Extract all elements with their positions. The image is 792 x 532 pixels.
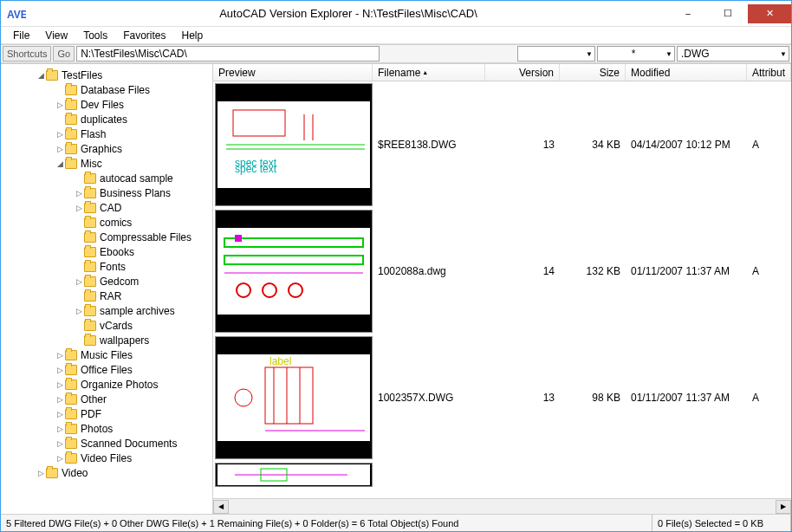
shortcuts-button[interactable]: Shortcuts bbox=[3, 46, 51, 62]
tree-label: Photos bbox=[81, 423, 113, 435]
col-preview[interactable]: Preview bbox=[213, 64, 373, 81]
tree-item[interactable]: ▷Video bbox=[1, 465, 212, 480]
tree-label: Gedcom bbox=[100, 276, 139, 288]
tree-item[interactable]: vCards bbox=[1, 318, 212, 333]
col-filename[interactable]: Filename▲ bbox=[373, 64, 485, 81]
tree-item[interactable]: ▷Flash bbox=[1, 127, 212, 141]
folder-icon bbox=[84, 306, 96, 316]
tree-item[interactable]: ▷Business Plans bbox=[1, 185, 212, 200]
tree-label: Flash bbox=[81, 128, 106, 140]
col-size[interactable]: Size bbox=[560, 64, 626, 81]
tree-item[interactable]: ▷Gedcom bbox=[1, 274, 212, 289]
tree-item[interactable]: Fonts bbox=[1, 259, 212, 274]
maximize-button[interactable]: ☐ bbox=[708, 4, 748, 23]
folder-icon bbox=[84, 247, 96, 257]
tree-label: Video Files bbox=[81, 452, 132, 464]
tree-item[interactable]: ▷Graphics bbox=[1, 141, 212, 156]
folder-icon bbox=[65, 350, 77, 360]
tree-label: autocad sample bbox=[100, 172, 173, 185]
tree-item[interactable]: duplicates bbox=[1, 112, 212, 127]
tree-item[interactable]: autocad sample bbox=[1, 171, 212, 185]
tree-item[interactable]: Ebooks bbox=[1, 244, 212, 259]
tree-item[interactable]: wallpapers bbox=[1, 333, 212, 347]
expand-icon[interactable]: ▷ bbox=[74, 307, 84, 315]
tree-item[interactable]: Compressable Files bbox=[1, 230, 212, 244]
tree-item[interactable]: ▷Video Files bbox=[1, 451, 212, 465]
folder-icon bbox=[65, 409, 77, 419]
tree-label: duplicates bbox=[81, 114, 127, 126]
extension-dropdown[interactable]: .DWG▼ bbox=[677, 46, 789, 62]
filter-dropdown-1[interactable]: ▼ bbox=[517, 46, 595, 62]
tree-item[interactable]: ▷Dev Files bbox=[1, 97, 212, 112]
file-row[interactable] bbox=[213, 461, 791, 489]
expand-icon[interactable]: ▷ bbox=[55, 366, 65, 374]
expand-icon[interactable]: ▷ bbox=[74, 204, 84, 212]
tree-item[interactable]: ▷PDF bbox=[1, 406, 212, 421]
expand-icon[interactable]: ▷ bbox=[55, 130, 65, 139]
tree-item[interactable]: ▷CAD bbox=[1, 200, 212, 215]
expand-icon[interactable]: ▷ bbox=[55, 439, 65, 448]
menu-tools[interactable]: Tools bbox=[76, 28, 114, 43]
folder-icon bbox=[65, 100, 77, 110]
col-version[interactable]: Version bbox=[485, 64, 560, 81]
scroll-left-button[interactable]: ◀ bbox=[213, 500, 229, 514]
menu-view[interactable]: View bbox=[38, 28, 75, 43]
expand-icon[interactable]: ▷ bbox=[55, 395, 65, 404]
expand-icon[interactable]: ▷ bbox=[55, 410, 65, 418]
horizontal-scrollbar[interactable]: ◀ ▶ bbox=[213, 498, 791, 514]
tree-label: sample archives bbox=[100, 305, 175, 317]
tree-label: RAR bbox=[100, 290, 121, 302]
svg-text:AVE: AVE bbox=[7, 9, 26, 21]
menu-file[interactable]: File bbox=[6, 28, 36, 43]
cell-modified: 04/14/2007 10:12 PM bbox=[626, 137, 747, 152]
tree-item[interactable]: ▷Organize Photos bbox=[1, 377, 212, 392]
tree-item[interactable]: ▷sample archives bbox=[1, 303, 212, 318]
close-button[interactable]: ✕ bbox=[748, 4, 791, 23]
folder-icon bbox=[46, 468, 58, 478]
expand-icon[interactable]: ▷ bbox=[55, 101, 65, 109]
expand-icon[interactable]: ▷ bbox=[36, 469, 46, 477]
file-row[interactable]: label1002357X.DWG1398 KB01/11/2007 11:37… bbox=[213, 334, 791, 461]
tree-label: Business Plans bbox=[100, 187, 171, 199]
go-button[interactable]: Go bbox=[53, 46, 75, 62]
folder-tree[interactable]: ◢TestFilesDatabase Files▷Dev Filesduplic… bbox=[1, 64, 213, 514]
tree-item[interactable]: ▷Scanned Documents bbox=[1, 436, 212, 451]
path-input[interactable] bbox=[76, 46, 380, 62]
tree-item[interactable]: ◢Misc bbox=[1, 156, 212, 171]
file-row[interactable]: spec textspec text$REE8138.DWG1334 KB04/… bbox=[213, 81, 791, 208]
menu-favorites[interactable]: Favorites bbox=[116, 28, 172, 43]
file-row[interactable]: 1002088a.dwg14132 KB01/11/2007 11:37 AMA bbox=[213, 208, 791, 334]
tree-item[interactable]: ▷Office Files bbox=[1, 362, 212, 377]
expand-icon[interactable]: ▷ bbox=[55, 380, 65, 389]
svg-text:label: label bbox=[269, 355, 291, 367]
expand-icon[interactable]: ◢ bbox=[55, 159, 65, 168]
expand-icon[interactable]: ▷ bbox=[55, 454, 65, 463]
tree-item[interactable]: ◢TestFiles bbox=[1, 68, 212, 82]
col-modified[interactable]: Modified bbox=[626, 64, 747, 81]
cell-attr: A bbox=[747, 137, 791, 152]
tree-item[interactable]: ▷Other bbox=[1, 392, 212, 406]
folder-icon bbox=[84, 173, 96, 184]
main-area: ◢TestFilesDatabase Files▷Dev Filesduplic… bbox=[1, 63, 791, 514]
list-body[interactable]: spec textspec text$REE8138.DWG1334 KB04/… bbox=[213, 81, 791, 498]
col-attributes[interactable]: Attribut bbox=[747, 64, 791, 81]
tree-label: Ebooks bbox=[100, 246, 134, 258]
expand-icon[interactable]: ▷ bbox=[74, 277, 84, 286]
tree-label: CAD bbox=[100, 202, 121, 214]
expand-icon[interactable]: ▷ bbox=[55, 425, 65, 433]
filter2-value: * bbox=[601, 48, 665, 60]
tree-item[interactable]: comics bbox=[1, 215, 212, 230]
tree-item[interactable]: Database Files bbox=[1, 82, 212, 97]
menu-help[interactable]: Help bbox=[175, 28, 211, 43]
minimize-button[interactable]: − bbox=[668, 4, 708, 23]
tree-item[interactable]: RAR bbox=[1, 289, 212, 303]
folder-icon bbox=[84, 232, 96, 243]
expand-icon[interactable]: ▷ bbox=[55, 145, 65, 153]
filter-dropdown-2[interactable]: *▼ bbox=[597, 46, 675, 62]
expand-icon[interactable]: ▷ bbox=[74, 189, 84, 198]
expand-icon[interactable]: ◢ bbox=[36, 71, 46, 80]
tree-item[interactable]: ▷Music Files bbox=[1, 347, 212, 362]
scroll-right-button[interactable]: ▶ bbox=[776, 500, 791, 514]
tree-item[interactable]: ▷Photos bbox=[1, 421, 212, 436]
expand-icon[interactable]: ▷ bbox=[55, 351, 65, 360]
